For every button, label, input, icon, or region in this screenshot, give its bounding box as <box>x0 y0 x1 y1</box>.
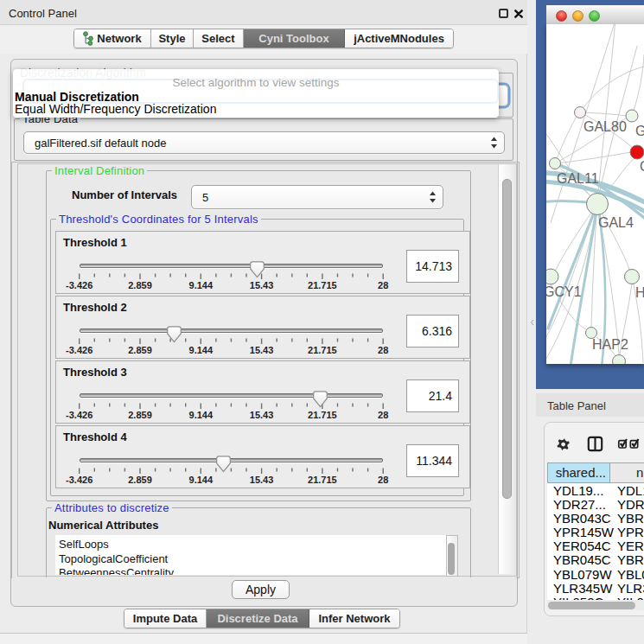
svg-text:C: C <box>640 159 644 174</box>
svg-text:HAP2: HAP2 <box>592 337 628 352</box>
svg-text:GAL80: GAL80 <box>583 119 627 134</box>
svg-text:G: G <box>635 124 644 138</box>
svg-text:GAL4: GAL4 <box>598 215 634 230</box>
svg-text:GAL11: GAL11 <box>557 171 599 186</box>
svg-text:GCY1: GCY1 <box>546 284 582 299</box>
svg-text:H: H <box>635 285 644 300</box>
